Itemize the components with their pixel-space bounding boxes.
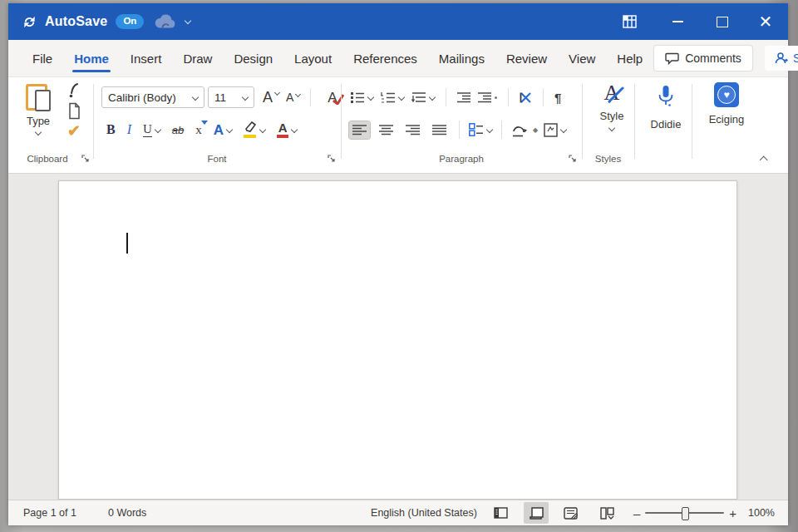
- text-cursor: [126, 233, 128, 254]
- page-indicator[interactable]: Page 1 of 1: [23, 507, 76, 519]
- autosave-toggle[interactable]: On: [116, 14, 144, 29]
- language-indicator[interactable]: English (United States): [371, 507, 477, 519]
- share-person-icon: [775, 52, 788, 65]
- close-button[interactable]: ✕: [748, 3, 783, 40]
- tab-view[interactable]: View: [558, 40, 606, 76]
- underline-button[interactable]: U: [143, 122, 160, 137]
- align-left-button[interactable]: [349, 121, 370, 139]
- paragraph-dialog-launcher-icon[interactable]: [569, 155, 577, 163]
- cut-icon[interactable]: [67, 82, 81, 99]
- share-button[interactable]: Share: [765, 46, 798, 71]
- sort-button[interactable]: [520, 91, 532, 104]
- highlighter-icon: [244, 121, 257, 138]
- bullets-button[interactable]: [351, 91, 373, 103]
- grow-font-button[interactable]: A: [263, 90, 273, 105]
- dictate-button[interactable]: Ddidie: [640, 82, 692, 131]
- zoom-in-button[interactable]: +: [724, 506, 741, 520]
- font-name-value: Calibri (Body): [108, 91, 176, 104]
- dictate-label: Ddidie: [651, 118, 682, 131]
- document-canvas: [8, 174, 788, 500]
- styles-group-label: Styles: [582, 154, 634, 164]
- zoom-out-button[interactable]: –: [628, 506, 645, 520]
- styles-button[interactable]: A Style: [589, 82, 635, 131]
- font-dialog-launcher-icon[interactable]: [328, 155, 336, 163]
- change-case-button[interactable]: A: [328, 91, 337, 105]
- strikethrough-button[interactable]: ab: [172, 124, 184, 136]
- tab-design[interactable]: Design: [223, 40, 283, 76]
- collapse-ribbon-chevron-icon[interactable]: [760, 156, 768, 165]
- paste-chevron-icon[interactable]: [35, 129, 42, 135]
- font-color-icon: A: [277, 121, 288, 138]
- font-color-button[interactable]: A: [277, 121, 297, 138]
- shading-diamond-icon: ◆: [533, 126, 538, 134]
- tab-mailings[interactable]: Mailings: [428, 40, 495, 76]
- shading-button[interactable]: [511, 123, 527, 137]
- status-bar: Page 1 of 1 0 Words English (United Stat…: [8, 500, 788, 525]
- font-name-combobox[interactable]: Calibri (Body): [101, 86, 204, 108]
- save-options-chevron-icon[interactable]: [185, 17, 191, 23]
- editor-icon: ♥: [714, 82, 739, 107]
- desktop-frame: AutoSave On ✕ File: [0, 0, 798, 532]
- increase-indent-button[interactable]: [478, 92, 497, 103]
- window-controls: ✕: [612, 3, 788, 40]
- tab-file[interactable]: File: [22, 40, 63, 76]
- editor-button[interactable]: ♥ Eciging: [698, 82, 755, 126]
- title-bar: AutoSave On ✕: [8, 3, 788, 40]
- zoom-slider[interactable]: [645, 512, 724, 514]
- font-size-value: 11: [214, 91, 226, 104]
- read-mode-icon[interactable]: [489, 502, 514, 524]
- minimize-button[interactable]: [660, 3, 695, 40]
- word-window: AutoSave On ✕ File: [8, 3, 788, 525]
- tab-help[interactable]: Help: [606, 40, 653, 76]
- paragraph-group-label: Paragraph: [341, 154, 582, 164]
- comment-bubble-icon: [665, 52, 679, 65]
- web-layout-icon[interactable]: [559, 502, 584, 524]
- tab-references[interactable]: References: [342, 40, 428, 76]
- ribbon-options-icon[interactable]: [612, 3, 647, 40]
- multilevel-list-button[interactable]: [411, 91, 435, 104]
- word-count[interactable]: 0 Words: [108, 507, 146, 519]
- decrease-indent-button[interactable]: [457, 92, 470, 103]
- font-name-chevron-icon: [192, 94, 199, 101]
- tab-review[interactable]: Review: [495, 40, 558, 76]
- paste-clipboard-icon: [26, 84, 51, 112]
- format-painter-icon[interactable]: ✔: [67, 123, 81, 139]
- print-layout-icon[interactable]: [524, 502, 549, 524]
- focus-mode-icon[interactable]: [595, 502, 620, 524]
- font-size-chevron-icon: [242, 94, 249, 101]
- styles-icon: A: [604, 82, 620, 104]
- line-spacing-button[interactable]: [469, 123, 492, 136]
- shrink-font-button[interactable]: A: [286, 91, 293, 103]
- editor-label: Eciging: [709, 113, 745, 126]
- text-effects-button[interactable]: A: [214, 123, 232, 137]
- show-hide-pilcrow-button[interactable]: ¶: [554, 91, 561, 105]
- tab-home[interactable]: Home: [63, 40, 120, 76]
- bold-button[interactable]: B: [106, 122, 116, 137]
- paste-button[interactable]: Type: [18, 81, 58, 145]
- align-center-button[interactable]: [376, 121, 397, 139]
- numbering-button[interactable]: [381, 91, 404, 103]
- font-size-combobox[interactable]: 11: [208, 86, 254, 108]
- zoom-slider-thumb[interactable]: [682, 507, 689, 520]
- microphone-icon: [658, 82, 674, 112]
- document-page[interactable]: [58, 180, 737, 500]
- align-right-button[interactable]: [402, 121, 423, 139]
- styles-button-label: Style: [600, 110, 624, 122]
- maximize-button[interactable]: [705, 3, 740, 40]
- borders-button[interactable]: [544, 123, 566, 137]
- tab-draw[interactable]: Draw: [172, 40, 223, 76]
- tab-layout[interactable]: Layout: [283, 40, 342, 76]
- comments-button[interactable]: Comments: [653, 45, 753, 71]
- clipboard-group-label: Clipboard: [13, 154, 81, 164]
- copy-icon[interactable]: [67, 102, 81, 120]
- styles-chevron-icon: [608, 125, 615, 131]
- zoom-level[interactable]: 100%: [748, 507, 775, 519]
- clipboard-dialog-launcher-icon[interactable]: [81, 155, 90, 163]
- ribbon-tab-strip: File Home Insert Draw Design Layout Refe…: [8, 40, 788, 77]
- autosave-label: AutoSave: [45, 14, 107, 29]
- justify-button[interactable]: [429, 121, 450, 139]
- subscript-superscript-button[interactable]: x: [195, 123, 202, 137]
- tab-insert[interactable]: Insert: [120, 40, 173, 76]
- italic-button[interactable]: I: [127, 122, 131, 137]
- text-highlight-button[interactable]: [244, 121, 265, 138]
